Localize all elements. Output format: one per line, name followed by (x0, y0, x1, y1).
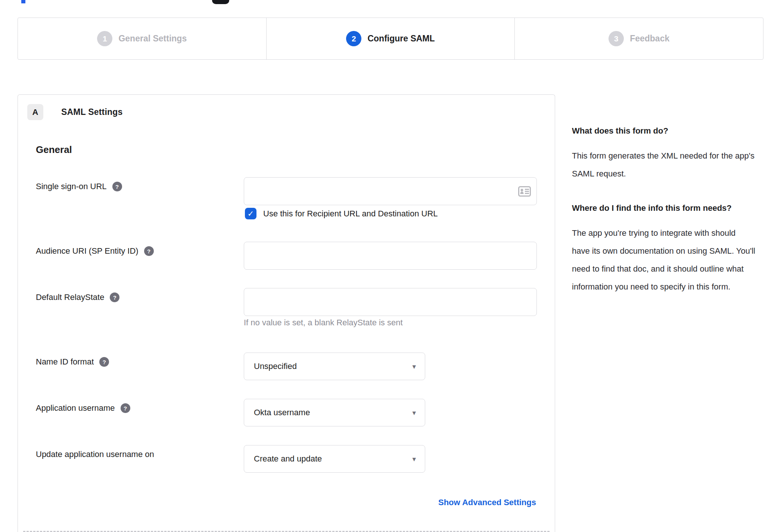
clipped-header-icon-fragment (212, 0, 229, 4)
step-label: Configure SAML (367, 34, 435, 44)
step-number-badge: 3 (609, 31, 624, 46)
update-username-label-row: Update application username on (36, 450, 154, 459)
nameid-format-select[interactable]: Unspecified ▾ (244, 353, 425, 380)
audience-uri-label-row: Audience URI (SP Entity ID) ? (36, 246, 154, 256)
step-label: Feedback (630, 34, 669, 44)
relaystate-label-row: Default RelayState ? (36, 292, 119, 302)
sso-url-label-row: Single sign-on URL ? (36, 182, 122, 191)
step-configure-saml[interactable]: 2 Configure SAML (267, 18, 515, 59)
saml-settings-panel: A SAML Settings General Single sign-on U… (18, 94, 555, 532)
update-username-label: Update application username on (36, 450, 154, 459)
sso-checkbox-row: ✓ Use this for Recipient URL and Destina… (245, 208, 438, 219)
audience-uri-input[interactable] (244, 242, 537, 270)
sso-url-input[interactable] (244, 177, 537, 205)
relaystate-input[interactable] (244, 288, 537, 316)
step-label: General Settings (118, 34, 187, 44)
help-icon[interactable]: ? (144, 246, 154, 256)
sidebar-answer-1: This form generates the XML needed for t… (572, 147, 756, 183)
relaystate-label: Default RelayState (36, 292, 104, 302)
app-username-value: Okta username (254, 408, 310, 417)
section-header: A SAML Settings (27, 104, 122, 120)
audience-uri-label: Audience URI (SP Entity ID) (36, 246, 139, 256)
relaystate-hint: If no value is set, a blank RelayState i… (244, 318, 403, 328)
sidebar-answer-2: The app you're trying to integrate with … (572, 224, 756, 296)
app-username-label: Application username (36, 403, 115, 413)
update-username-select[interactable]: Create and update ▾ (244, 445, 425, 473)
chevron-down-icon: ▾ (412, 362, 416, 371)
step-feedback[interactable]: 3 Feedback (515, 18, 763, 59)
step-number-badge: 1 (97, 31, 112, 46)
chevron-down-icon: ▾ (412, 409, 416, 417)
recipient-url-checkbox-label: Use this for Recipient URL and Destinati… (263, 209, 438, 219)
show-advanced-settings-link[interactable]: Show Advanced Settings (438, 498, 536, 507)
section-a-badge: A (27, 104, 43, 120)
help-icon[interactable]: ? (121, 403, 130, 413)
help-icon[interactable]: ? (99, 357, 109, 367)
recipient-url-checkbox[interactable]: ✓ (245, 208, 256, 219)
nameid-format-label-row: Name ID format ? (36, 357, 109, 367)
wizard-stepper: 1 General Settings 2 Configure SAML 3 Fe… (18, 18, 763, 60)
update-username-value: Create and update (254, 454, 322, 464)
contact-card-icon (518, 186, 531, 197)
app-username-select[interactable]: Okta username ▾ (244, 399, 425, 426)
help-icon[interactable]: ? (112, 182, 122, 191)
app-username-label-row: Application username ? (36, 403, 130, 413)
sidebar-question-2: Where do I find the info this form needs… (572, 199, 756, 217)
sso-url-label: Single sign-on URL (36, 182, 107, 191)
help-sidebar: What does this form do? This form genera… (572, 122, 756, 296)
sidebar-question-1: What does this form do? (572, 122, 756, 140)
step-general-settings[interactable]: 1 General Settings (18, 18, 267, 59)
clipped-logo-fragment (21, 0, 25, 3)
section-title: SAML Settings (61, 107, 122, 117)
nameid-format-value: Unspecified (254, 362, 297, 371)
general-group-heading: General (36, 144, 72, 156)
chevron-down-icon: ▾ (412, 455, 416, 463)
nameid-format-label: Name ID format (36, 357, 94, 367)
help-icon[interactable]: ? (110, 292, 119, 302)
step-number-badge: 2 (346, 31, 361, 46)
